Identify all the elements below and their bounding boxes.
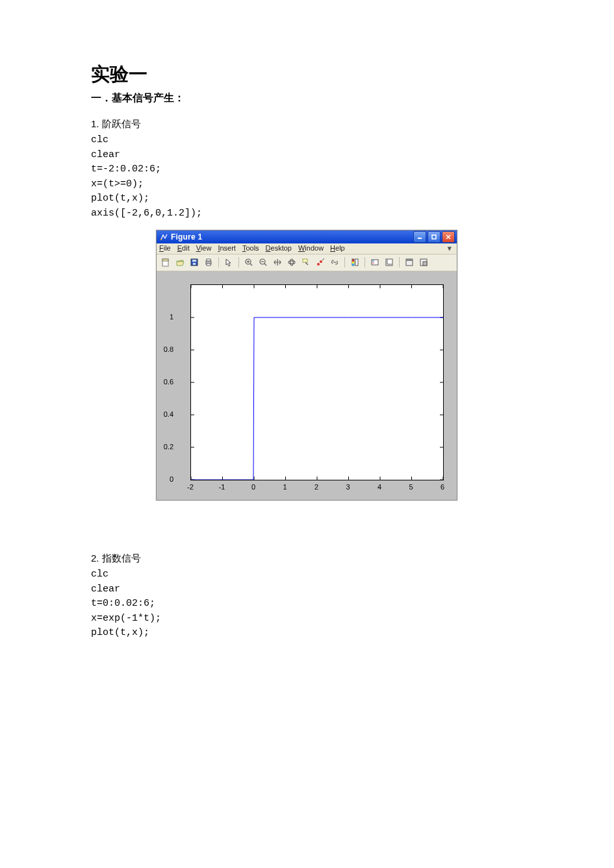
svg-rect-2 <box>432 235 436 239</box>
svg-rect-31 <box>355 259 358 266</box>
section-label: 一．基本信号产生： <box>91 92 523 105</box>
svg-rect-30 <box>352 264 354 266</box>
print-icon[interactable] <box>202 256 215 269</box>
hide-tools-icon[interactable] <box>403 256 416 269</box>
link-plot-icon[interactable] <box>328 256 341 269</box>
y-tick-label: 0.2 <box>164 443 173 451</box>
figure-window: Figure 1 File Edit View Insert Tools Des… <box>156 230 457 501</box>
x-tick-label: -2 <box>187 483 194 491</box>
svg-rect-8 <box>192 260 196 262</box>
colorbar-icon[interactable] <box>348 256 361 269</box>
x-tick-label: 5 <box>409 483 413 491</box>
x-tick-label: 2 <box>314 483 318 491</box>
menu-insert[interactable]: Insert <box>218 244 236 253</box>
svg-rect-6 <box>162 259 168 261</box>
menu-desktop[interactable]: Desktop <box>266 244 292 253</box>
menu-help[interactable]: Help <box>330 244 345 253</box>
code-block-2: clc clear t=0:0.02:6; x=exp(-1*t); plot(… <box>91 567 523 641</box>
x-tick-label: 1 <box>283 483 287 491</box>
item1-heading: 1. 阶跃信号 <box>91 118 523 130</box>
svg-line-14 <box>250 264 252 266</box>
svg-rect-39 <box>406 259 413 261</box>
pointer-icon[interactable] <box>222 256 235 269</box>
y-tick-label: 0.6 <box>164 378 173 386</box>
svg-point-21 <box>290 259 294 266</box>
svg-line-23 <box>305 262 308 265</box>
zoom-in-icon[interactable] <box>242 256 255 269</box>
svg-rect-41 <box>423 262 427 266</box>
page-title: 实验一 <box>91 62 523 88</box>
svg-rect-9 <box>193 263 196 265</box>
close-button[interactable] <box>442 231 455 243</box>
svg-point-20 <box>288 261 295 264</box>
svg-line-18 <box>264 264 266 266</box>
y-tick-label: 0 <box>170 475 173 483</box>
y-tick-label: 1 <box>170 313 173 321</box>
window-title: Figure 1 <box>171 232 413 242</box>
svg-rect-29 <box>352 262 354 264</box>
y-tick-label: 0.4 <box>164 410 173 418</box>
matlab-icon <box>159 232 168 242</box>
titlebar[interactable]: Figure 1 <box>157 230 457 243</box>
legend-icon[interactable] <box>368 256 381 269</box>
svg-rect-22 <box>303 259 307 262</box>
menu-tools[interactable]: Tools <box>242 244 259 253</box>
dock-icon[interactable] <box>417 256 430 269</box>
svg-rect-32 <box>372 260 378 265</box>
toolbar <box>157 254 457 271</box>
y-tick-label: 0.8 <box>164 345 173 353</box>
open-icon[interactable] <box>173 256 186 269</box>
axes <box>190 284 444 480</box>
maximize-button[interactable] <box>428 231 441 243</box>
rotate-3d-icon[interactable] <box>285 256 298 269</box>
code-block-1: clc clear t=-2:0.02:6; x=(t>=0); plot(t,… <box>91 133 523 221</box>
menu-view[interactable]: View <box>196 244 212 253</box>
menubar: File Edit View Insert Tools Desktop Wind… <box>157 243 457 254</box>
x-tick-label: 6 <box>441 483 444 491</box>
minimize-button[interactable] <box>413 231 426 243</box>
svg-rect-11 <box>207 259 211 261</box>
item2-heading: 2. 指数信号 <box>91 552 523 565</box>
pan-icon[interactable] <box>271 256 284 269</box>
zoom-out-icon[interactable] <box>257 256 270 269</box>
svg-line-26 <box>322 258 324 260</box>
menu-file[interactable]: File <box>159 244 171 253</box>
x-tick-label: 0 <box>251 483 255 491</box>
y-tick-labels: 00.20.40.60.81 <box>157 284 176 480</box>
menu-edit[interactable]: Edit <box>177 244 190 253</box>
x-tick-label: 4 <box>377 483 381 491</box>
svg-point-25 <box>320 260 322 263</box>
new-figure-icon[interactable] <box>159 256 172 269</box>
x-tick-labels: -2-10123456 <box>190 483 444 492</box>
svg-rect-12 <box>207 264 211 266</box>
x-tick-label: 3 <box>346 483 350 491</box>
svg-point-24 <box>317 263 320 266</box>
plot-area: 00.20.40.60.81 -2-10123456 <box>157 271 457 500</box>
data-cursor-icon[interactable] <box>300 256 313 269</box>
x-tick-label: -1 <box>219 483 225 491</box>
brush-icon[interactable] <box>314 256 327 269</box>
insert-axes-icon[interactable] <box>383 256 396 269</box>
menu-window[interactable]: Window <box>298 244 324 253</box>
menubar-chevron-icon[interactable]: ▾ <box>448 244 454 253</box>
save-icon[interactable] <box>188 256 201 269</box>
svg-point-0 <box>160 239 162 240</box>
